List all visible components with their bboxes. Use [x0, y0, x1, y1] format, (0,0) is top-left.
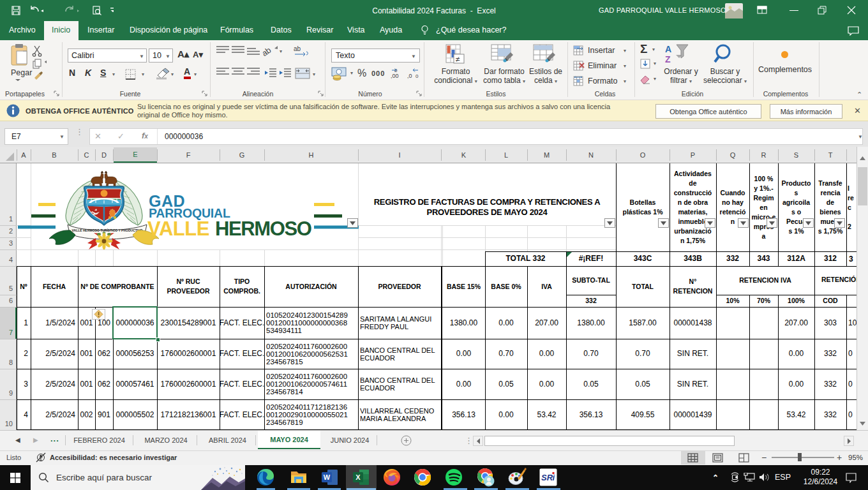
svg-text:HERMOSO: HERMOSO: [215, 218, 311, 240]
svg-text:Z: Z: [665, 54, 671, 64]
svg-text:0: 0: [415, 73, 419, 79]
svg-text:A: A: [665, 44, 671, 54]
svg-text:ab: ab: [263, 45, 273, 57]
svg-text:VALLE HERMOSO TURÍSTICO Y PROD: VALLE HERMOSO TURÍSTICO Y PRODUCTIVO: [72, 228, 143, 232]
svg-text:≠: ≠: [456, 55, 460, 64]
svg-text:i: i: [553, 473, 555, 482]
svg-text:W: W: [324, 473, 331, 481]
svg-text:ab: ab: [294, 45, 301, 52]
svg-text:,0: ,0: [407, 73, 412, 79]
svg-text:Pegar: Pegar: [11, 68, 32, 77]
svg-text:,00: ,00: [391, 73, 399, 79]
svg-text:SR: SR: [541, 473, 553, 482]
svg-text:VALLE: VALLE: [147, 218, 209, 240]
svg-text:X: X: [355, 473, 361, 481]
